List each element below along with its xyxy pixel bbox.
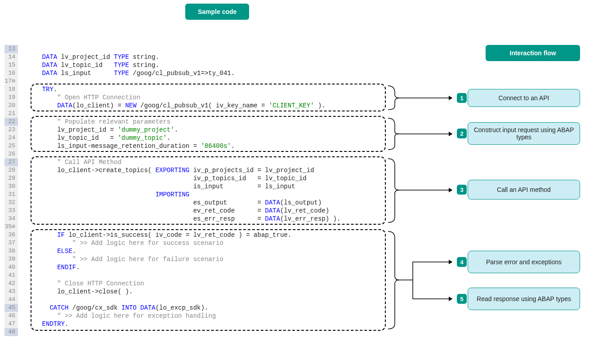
code-line: 36 IF lo_client->is_success( iv_code = l… xyxy=(4,231,340,239)
code-line: 19 " Open HTTP Connection xyxy=(4,93,340,102)
code-line: 20 DATA(lo_client) = NEW /goog/cl_pubsub… xyxy=(4,102,340,110)
code-line: 26 xyxy=(4,150,340,158)
line-number: 15 xyxy=(4,61,18,69)
code-content: ENDTRY. xyxy=(27,320,68,328)
line-number: 36 xyxy=(4,231,18,239)
code-line: 33 ev_ret_code = DATA(lv_ret_code) xyxy=(4,207,340,215)
code-line: 39 " >> Add logic here for failure scena… xyxy=(4,255,340,263)
line-number: 14 xyxy=(4,53,18,61)
connector-1 xyxy=(386,84,458,115)
code-content: lo_client->create_topics( EXPORTING iv_p… xyxy=(27,166,314,174)
code-content: " Open HTTP Connection xyxy=(27,93,140,102)
line-number: 18 xyxy=(4,85,18,93)
code-line: 31 IMPORTING xyxy=(4,191,340,199)
code-line: 15 DATA lv_topic_id TYPE string. xyxy=(4,61,340,69)
svg-marker-3 xyxy=(449,132,452,136)
line-number: 47 xyxy=(4,320,18,328)
line-number: 40 xyxy=(4,263,18,271)
line-number: 24 xyxy=(4,134,18,142)
svg-marker-7 xyxy=(449,297,452,301)
code-content: es_output = DATA(ls_output) xyxy=(27,199,322,207)
code-content: lv_project_id = 'dummy_project'. xyxy=(27,126,178,134)
line-number: 17⊖ xyxy=(4,77,18,85)
code-line: 34 es_err_resp = DATA(lv_err_resp) ). xyxy=(4,215,340,223)
code-content: lv_topic_id = 'dummy_topic'. xyxy=(27,134,170,142)
line-number: 39 xyxy=(4,255,18,263)
code-line: 42 " Close HTTP Connection xyxy=(4,280,340,288)
code-line: 29 iv_p_topics_id = lv_topic_id xyxy=(4,174,340,182)
flow-step-label: Construct input request using ABAP types xyxy=(473,126,575,141)
line-number: 27 xyxy=(4,158,18,166)
line-number: 44 xyxy=(4,296,18,304)
sample-code-badge: Sample code xyxy=(185,4,249,20)
flow-step-4: Parse error and exceptions xyxy=(468,251,580,273)
code-content: es_err_resp = DATA(lv_err_resp) ). xyxy=(27,215,340,223)
code-block: 1314 DATA lv_project_id TYPE string.15 D… xyxy=(4,45,340,336)
code-line: 40 ENDIF. xyxy=(4,263,340,271)
code-content: DATA lv_topic_id TYPE string. xyxy=(27,61,159,69)
line-number: 29 xyxy=(4,174,18,182)
code-content: DATA ls_input TYPE /goog/cl_pubsub_v1=>t… xyxy=(27,69,235,77)
code-content: ELSE. xyxy=(27,247,76,255)
code-content: " >> Add logic here for success scenario xyxy=(27,239,223,247)
code-line: 32 es_output = DATA(ls_output) xyxy=(4,199,340,207)
code-line: 25 ls_input-message_retention_duration =… xyxy=(4,142,340,150)
code-line: 46 " >> Add logic here for exception han… xyxy=(4,312,340,320)
code-content: IF lo_client->is_success( iv_code = lv_r… xyxy=(27,231,291,239)
line-number: 31 xyxy=(4,191,18,199)
step-badge-3: 3 xyxy=(457,185,467,195)
flow-step-label: Read response using ABAP types xyxy=(477,295,571,302)
code-line: 18 TRY. xyxy=(4,85,340,93)
svg-marker-1 xyxy=(449,96,452,100)
line-number: 34 xyxy=(4,215,18,223)
code-content: " Close HTTP Connection xyxy=(27,280,144,288)
code-line: 45 CATCH /goog/cx_sdk INTO DATA(lo_excp_… xyxy=(4,304,340,312)
code-line: 13 xyxy=(4,45,340,53)
flow-step-label: Parse error and exceptions xyxy=(486,258,562,266)
code-content: DATA lv_project_id TYPE string. xyxy=(27,53,159,61)
code-content: CATCH /goog/cx_sdk INTO DATA(lo_excp_sdk… xyxy=(27,304,208,312)
code-content: IMPORTING xyxy=(27,191,189,199)
line-number: 32 xyxy=(4,199,18,207)
line-number: 41 xyxy=(4,271,18,280)
line-number: 33 xyxy=(4,207,18,215)
line-number: 28 xyxy=(4,166,18,174)
line-number: 13 xyxy=(4,45,18,53)
svg-marker-6 xyxy=(449,260,452,264)
line-number: 26 xyxy=(4,150,18,158)
code-line: 35⊖ xyxy=(4,223,340,231)
flow-step-2: Construct input request using ABAP types xyxy=(468,122,580,145)
code-line: 47 ENDTRY. xyxy=(4,320,340,328)
step-badge-1: 1 xyxy=(457,93,467,103)
code-content: " >> Add logic here for exception handli… xyxy=(27,312,216,320)
code-content: " >> Add logic here for failure scenario xyxy=(27,255,223,263)
code-content: ENDIF. xyxy=(27,263,80,271)
line-number: 45 xyxy=(4,304,18,312)
code-content: ls_input-message_retention_duration = '8… xyxy=(27,142,235,150)
code-line: 21 xyxy=(4,110,340,118)
code-content: DATA(lo_client) = NEW /goog/cl_pubsub_v1… xyxy=(27,102,326,110)
line-number: 42 xyxy=(4,280,18,288)
line-number: 46 xyxy=(4,312,18,320)
code-line: 17⊖ xyxy=(4,77,340,85)
line-number: 22 xyxy=(4,118,18,126)
code-line: 14 DATA lv_project_id TYPE string. xyxy=(4,53,340,61)
code-content: TRY. xyxy=(27,85,57,93)
code-line: 22 " Populate relevant parameters xyxy=(4,118,340,126)
code-line: 16 DATA ls_input TYPE /goog/cl_pubsub_v1… xyxy=(4,69,340,77)
code-line: 41 xyxy=(4,271,340,280)
line-number: 25 xyxy=(4,142,18,150)
step-badge-5: 5 xyxy=(457,294,467,304)
flow-step-label: Connect to an API xyxy=(499,94,549,102)
code-content: iv_p_topics_id = lv_topic_id xyxy=(27,174,307,182)
code-content: " Call API Method xyxy=(27,158,121,166)
flow-step-3: Call an API method xyxy=(468,180,580,200)
code-line: 24 lv_topic_id = 'dummy_topic'. xyxy=(4,134,340,142)
connector-4-5 xyxy=(386,229,458,337)
code-line: 23 lv_project_id = 'dummy_project'. xyxy=(4,126,340,134)
code-line: 37 " >> Add logic here for success scena… xyxy=(4,239,340,247)
line-number: 23 xyxy=(4,126,18,134)
code-line: 43 lo_client->close( ). xyxy=(4,288,340,296)
connector-3 xyxy=(386,156,458,228)
line-number: 19 xyxy=(4,93,18,102)
